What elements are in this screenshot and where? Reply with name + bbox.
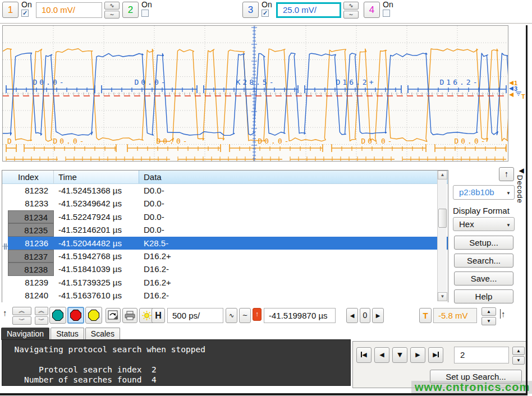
row-gutter	[2, 197, 8, 210]
scale-up-icon[interactable]: ∿	[343, 2, 359, 10]
cell-index: 81240	[8, 289, 54, 302]
export-screen-button[interactable]	[106, 308, 121, 323]
channel-4-button[interactable]: 4	[364, 2, 380, 18]
nav-last-button[interactable]: ▶	[428, 347, 443, 363]
table-row[interactable]: 81238-41.51841039 µsD16.2-	[2, 263, 448, 275]
channel-toolbar: 1 On ✓ 10.0 mV/ ∿ ∼ 2 On 3 On ✓ 25.0 mV/…	[0, 0, 532, 24]
scroll-down-icon[interactable]: ▼	[438, 292, 447, 301]
single-button[interactable]	[85, 307, 102, 324]
table-row[interactable]: 81239-41.51739325 µsD16.2+	[2, 276, 448, 289]
bottom-tabbar: NavigationStatusScales	[1, 328, 121, 339]
tab-scales[interactable]: Scales	[85, 328, 120, 340]
spinner-down-icon[interactable]: ▼	[512, 356, 525, 365]
scale-up-icon[interactable]: ∿	[104, 2, 120, 10]
trigger-level-field[interactable]: -5.8 mV	[433, 308, 477, 323]
channel-2-button[interactable]: 2	[122, 2, 139, 18]
timebase-field[interactable]: 500 ps/	[167, 308, 223, 323]
channel-2-on-checkbox[interactable]	[141, 10, 149, 17]
tab-status[interactable]: Status	[51, 328, 84, 340]
channel-1-button[interactable]: 1	[2, 2, 19, 18]
scrollbar-thumb[interactable]	[438, 209, 447, 228]
cell-index: 81236	[8, 237, 54, 250]
print-button[interactable]	[122, 308, 137, 323]
double-chevron-down-icon[interactable]: ︾	[35, 316, 48, 325]
cell-index: 81238	[8, 263, 54, 275]
cell-index: 81234	[8, 210, 54, 223]
table-row[interactable]: 81235-41.52146201 µsD0.0-	[2, 223, 448, 236]
table-row[interactable]: 81233-41.52349642 µsD0.0-	[2, 197, 448, 210]
spinner-down-icon[interactable]: ▼	[481, 317, 496, 325]
display-format-value: Hex	[453, 218, 514, 231]
export-icon	[108, 310, 118, 321]
spinner-up-icon[interactable]: ▲	[512, 347, 525, 355]
double-chevron-down-icon[interactable]: ︾	[12, 316, 31, 325]
search-index-spinner: ▲ ▼	[512, 347, 525, 365]
decode-bus-label: D0.0-	[134, 78, 167, 86]
brightness-sun-icon	[141, 310, 152, 321]
double-chevron-up-icon[interactable]: ︽	[35, 307, 48, 315]
save-button[interactable]: Save...	[454, 271, 513, 286]
bus-selector-dropdown[interactable]: p2:8b10b ▼	[453, 185, 515, 200]
trigger-slope-icon: ↑	[500, 309, 506, 319]
table-body: 81232-41.52451368 µsD0.0-81233-41.523496…	[2, 184, 448, 302]
channel-3-on-checkbox[interactable]: ✓	[262, 10, 269, 17]
cell-data: D0.0-	[139, 197, 448, 210]
collapse-left-icon: ◀	[516, 167, 527, 174]
double-chevron-up-icon[interactable]: ︽	[12, 307, 31, 315]
display-format-dropdown[interactable]: Hex ▼	[453, 217, 515, 231]
timebase-fine-icon[interactable]: ∿	[226, 308, 237, 323]
scale-down-icon[interactable]: ∼	[104, 11, 120, 19]
channel-4-on-checkbox[interactable]	[383, 10, 390, 17]
search-button[interactable]: Search...	[454, 254, 513, 268]
table-row[interactable]: 81236-41.52044482 µsK28.5-	[2, 237, 448, 250]
stop-button[interactable]	[67, 307, 84, 324]
horizontal-position-field[interactable]: -41.5199870 µs	[264, 308, 336, 323]
channel-4-on-label: On	[383, 0, 393, 9]
row-gutter	[2, 184, 8, 197]
horizontal-menu-button[interactable]: H	[152, 308, 165, 323]
position-zero-button[interactable]: 0	[360, 308, 370, 323]
cell-index: 81237	[8, 250, 54, 263]
column-header-time[interactable]: Time	[54, 171, 139, 183]
search-index-field[interactable]: 2	[454, 347, 509, 363]
timebase-coarse-icon[interactable]: ∼	[239, 308, 251, 323]
scroll-up-icon[interactable]: ▲	[438, 171, 447, 179]
decode-listing-table[interactable]: Index Time Data 81232-41.52451368 µsD0.0…	[2, 170, 448, 302]
column-header-data[interactable]: Data	[139, 171, 448, 183]
column-header-index[interactable]: Index	[2, 171, 54, 183]
tab-navigation[interactable]: Navigation	[1, 328, 49, 340]
trigger-label: T	[423, 311, 428, 320]
table-row[interactable]: 81237-41.51942768 µsD16.2+	[2, 250, 448, 263]
table-row[interactable]: 81240-41.51637610 µsD16.2-	[2, 289, 448, 302]
table-scrollbar[interactable]: ▲ ▼	[437, 171, 447, 301]
position-left-button[interactable]: ◀	[346, 308, 358, 323]
table-row[interactable]: 81232-41.52451368 µsD0.0-	[2, 184, 448, 197]
table-row[interactable]: 81234-41.52247924 µsD0.0-	[2, 210, 448, 223]
cell-data: D0.0-	[139, 210, 448, 223]
scale-down-icon[interactable]: ∼	[343, 11, 359, 19]
nav-next-button[interactable]: ▶	[410, 347, 425, 363]
channel-3-button[interactable]: 3	[242, 2, 259, 18]
help-button[interactable]: Help	[454, 289, 513, 303]
channel-3-scale-steppers: ∿ ∼	[343, 2, 359, 19]
channel-3-scale-field[interactable]: 25.0 mV/	[276, 2, 341, 18]
channel-1-on-checkbox[interactable]: ✓	[21, 10, 29, 17]
channel-1-scale-field[interactable]: 10.0 mV/	[36, 2, 102, 18]
cell-data: D16.2-	[139, 263, 448, 275]
nav-prev-button[interactable]: ◀	[374, 347, 389, 363]
nav-down-button[interactable]: ▼	[392, 347, 407, 363]
current-row-marker-icon	[2, 240, 8, 250]
trigger-menu-button[interactable]: T	[419, 308, 432, 323]
setup-button[interactable]: Setup...	[454, 236, 513, 250]
run-button[interactable]	[49, 307, 66, 324]
decode-bus-label: D0.0-	[258, 137, 291, 145]
nav-first-button[interactable]: ◀	[356, 347, 372, 363]
trigger-position-marker[interactable]: ↑	[253, 308, 262, 321]
collapse-panel-button[interactable]: ↑	[499, 167, 514, 181]
waveform-plot[interactable]: D0.0-D0.0-K28.5-D16.2+D16.2-DD0.0-D0.0-D…	[2, 25, 508, 162]
cell-time: -41.51841039 µs	[54, 263, 139, 275]
cell-time: -41.51942768 µs	[54, 250, 139, 263]
decode-sidebar-tab[interactable]: ◀ Decode	[516, 167, 527, 212]
spinner-up-icon[interactable]: ▲	[481, 307, 496, 316]
position-right-button[interactable]: ▶	[372, 308, 384, 323]
